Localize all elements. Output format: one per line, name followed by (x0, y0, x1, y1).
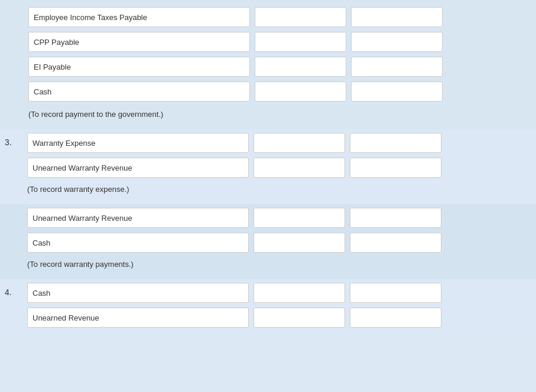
section-4-rows (27, 283, 531, 332)
credit-input-unearned-revenue[interactable] (350, 308, 441, 328)
account-input-employee-taxes[interactable] (28, 7, 250, 27)
section-3b-rows (27, 208, 531, 257)
account-input-warranty-expense[interactable] (27, 133, 249, 153)
section-3b: (To record warranty payments.) (0, 204, 536, 279)
section-3b-inner (5, 208, 531, 257)
debit-input-ei[interactable] (255, 57, 346, 77)
row-unearned-revenue (27, 308, 531, 328)
row-unearned-warranty-1 (27, 158, 531, 178)
note-warranty-payments-wrapper: (To record warranty payments.) (5, 257, 531, 273)
credit-input-cash-4[interactable] (350, 283, 441, 303)
debit-input-cash-warranty[interactable] (254, 233, 345, 253)
section-3-rows (27, 133, 531, 182)
account-input-cash-4[interactable] (27, 283, 249, 303)
section-3-inner: 3. (5, 133, 531, 182)
row-unearned-warranty-2 (27, 208, 531, 228)
debit-input-cpp[interactable] (255, 32, 346, 52)
debit-input-employee-taxes[interactable] (255, 7, 346, 27)
credit-input-cash-warranty[interactable] (350, 233, 441, 253)
row-ei-payable (28, 57, 531, 77)
account-input-cash-warranty[interactable] (27, 233, 249, 253)
credit-input-ei[interactable] (351, 57, 443, 77)
section-3: 3. (To record warranty expense.) (0, 129, 536, 204)
note-warranty-payments: (To record warranty payments.) (27, 257, 531, 273)
debit-input-warranty-expense[interactable] (254, 133, 345, 153)
row-cash-warranty (27, 233, 531, 253)
debit-input-cash-4[interactable] (254, 283, 345, 303)
credit-input-unearned-warranty-1[interactable] (350, 158, 441, 178)
account-input-unearned-revenue[interactable] (27, 308, 249, 328)
credit-input-cpp[interactable] (351, 32, 443, 52)
account-input-ei[interactable] (28, 57, 250, 77)
row-warranty-expense (27, 133, 531, 153)
note-government: (To record payment to the government.) (28, 107, 531, 123)
note-warranty-expense: (To record warranty expense.) (27, 182, 531, 198)
account-input-cash-top[interactable] (28, 81, 250, 102)
debit-input-unearned-warranty-1[interactable] (254, 158, 345, 178)
row-cash-top (28, 81, 531, 102)
account-input-unearned-warranty-1[interactable] (27, 158, 249, 178)
account-input-cpp[interactable] (28, 32, 250, 52)
section-number-4: 4. (5, 283, 27, 297)
entry-block-employee (28, 4, 531, 107)
section-top: (To record payment to the government.) (0, 0, 536, 129)
row-employee-taxes (28, 7, 531, 27)
debit-input-cash-top[interactable] (255, 81, 346, 102)
page-container: (To record payment to the government.) 3… (0, 0, 536, 392)
debit-input-unearned-revenue[interactable] (254, 308, 345, 328)
credit-input-warranty-expense[interactable] (350, 133, 441, 153)
note-warranty-expense-wrapper: (To record warranty expense.) (5, 182, 531, 198)
row-cash-4 (27, 283, 531, 303)
debit-input-unearned-warranty-2[interactable] (254, 208, 345, 228)
credit-input-employee-taxes[interactable] (351, 7, 443, 27)
section-number-3: 3. (5, 133, 27, 147)
section-4: 4. (0, 279, 536, 338)
row-cpp-payable (28, 32, 531, 52)
credit-input-cash-top[interactable] (351, 81, 443, 102)
account-input-unearned-warranty-2[interactable] (27, 208, 249, 228)
credit-input-unearned-warranty-2[interactable] (350, 208, 441, 228)
section-4-inner: 4. (5, 283, 531, 332)
